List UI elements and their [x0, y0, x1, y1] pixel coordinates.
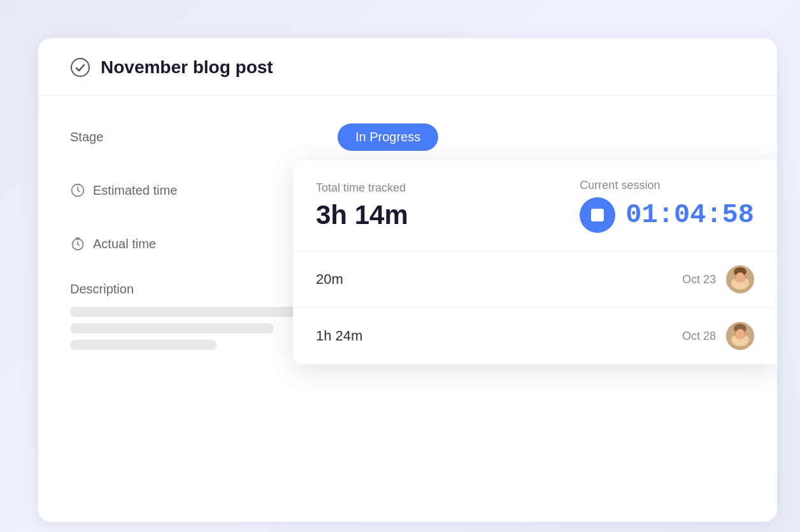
actual-time-label-text: Actual time [93, 237, 156, 251]
check-circle-icon [70, 57, 90, 78]
svg-point-9 [736, 272, 745, 283]
description-placeholder [70, 307, 312, 350]
svg-point-14 [736, 329, 745, 339]
stage-label: Stage [70, 130, 338, 144]
desc-line-3 [70, 340, 217, 350]
estimated-time-label-text: Estimated time [93, 183, 177, 198]
tracker-current-section: Current session 01:04:58 [580, 179, 754, 233]
session-1-duration: 20m [316, 271, 343, 288]
session-1-avatar [726, 265, 754, 293]
stop-icon [591, 209, 604, 221]
desc-line-2 [70, 323, 274, 333]
session-timer-display: 01:04:58 [625, 200, 754, 230]
time-tracker-popup: Total time tracked 3h 14m Current sessio… [293, 160, 777, 365]
stage-label-text: Stage [70, 130, 103, 144]
session-1-date: Oct 23 [682, 273, 716, 286]
total-time-label: Total time tracked [316, 181, 408, 195]
session-1-right: Oct 23 [682, 265, 754, 293]
session-2-right: Oct 28 [682, 322, 754, 350]
main-card: November blog post Stage In Progress E [38, 38, 777, 522]
session-2-duration: 1h 24m [316, 328, 362, 344]
current-session-label: Current session [580, 179, 660, 192]
stage-value: In Progress [338, 123, 745, 151]
session-2-avatar [726, 322, 754, 350]
tracker-top: Total time tracked 3h 14m Current sessio… [293, 160, 777, 251]
desc-line-1 [70, 307, 312, 317]
session-entry-1: 20m Oct 23 [293, 251, 777, 308]
svg-point-0 [71, 59, 89, 76]
stage-badge: In Progress [338, 123, 438, 151]
stopwatch-icon [70, 236, 85, 251]
current-session-row: 01:04:58 [580, 197, 754, 233]
page-title: November blog post [101, 57, 273, 78]
stage-row: Stage In Progress [70, 122, 745, 152]
session-2-date: Oct 28 [682, 330, 716, 343]
clock-icon [70, 183, 85, 198]
session-entry-2: 1h 24m Oct 28 [293, 308, 777, 365]
stop-button[interactable] [580, 197, 615, 233]
card-header: November blog post [38, 38, 777, 96]
card-body: Stage In Progress Estimated time 8 hrs [38, 96, 777, 398]
total-time-value: 3h 14m [316, 200, 408, 230]
tracker-total-section: Total time tracked 3h 14m [316, 181, 408, 230]
